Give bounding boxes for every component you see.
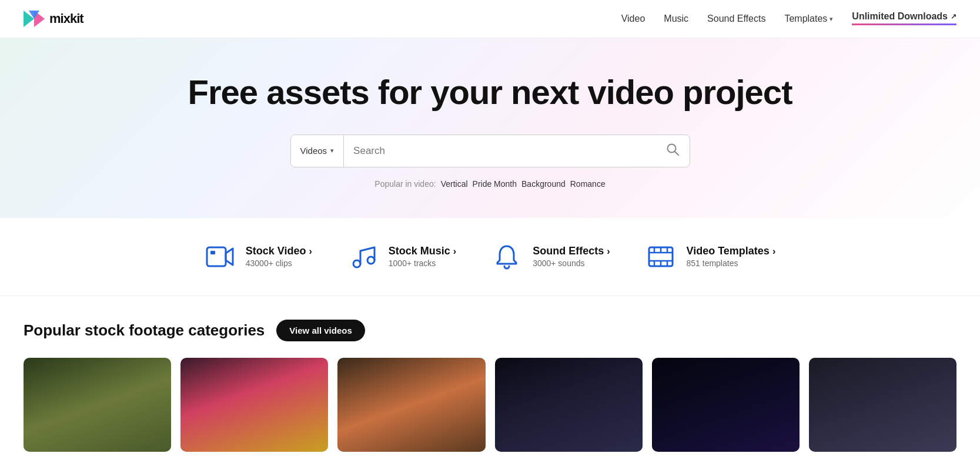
svg-point-7 <box>353 260 360 267</box>
popular-section: Popular stock footage categories View al… <box>0 296 980 464</box>
search-type-label: Videos <box>300 146 327 156</box>
search-type-dropdown[interactable]: Videos ▾ <box>291 135 344 167</box>
category-stock-video[interactable]: Stock Video › 43000+ clips <box>205 241 312 272</box>
nav-templates[interactable]: Templates ▾ <box>784 14 833 24</box>
nav-sound-effects[interactable]: Sound Effects <box>707 14 765 24</box>
arrow-icon: › <box>453 246 456 257</box>
svg-rect-6 <box>210 251 215 254</box>
tag-background[interactable]: Background <box>521 179 566 189</box>
popular-section-title: Popular stock footage categories <box>24 321 265 340</box>
category-video-templates[interactable]: Video Templates › 851 templates <box>645 241 776 272</box>
category-stock-music-info: Stock Music › 1000+ tracks <box>389 245 456 268</box>
nav-music[interactable]: Music <box>664 14 688 24</box>
category-video-templates-info: Video Templates › 851 templates <box>687 245 776 268</box>
bell-icon <box>491 241 522 272</box>
thumbnail-4[interactable] <box>495 358 643 452</box>
external-link-icon: ↗ <box>951 12 956 21</box>
chevron-down-icon: ▾ <box>830 15 833 23</box>
thumbnail-5[interactable] <box>652 358 800 452</box>
arrow-icon: › <box>607 246 610 257</box>
search-container: Videos ▾ <box>24 135 956 167</box>
music-icon <box>347 241 378 272</box>
thumbnail-2[interactable] <box>180 358 328 452</box>
popular-label: Popular in video: <box>374 179 436 189</box>
thumbnails-row <box>24 358 956 452</box>
category-sound-effects[interactable]: Sound Effects › 3000+ sounds <box>491 241 610 272</box>
search-box: Videos ▾ <box>290 135 690 167</box>
categories-section: Stock Video › 43000+ clips Stock Music ›… <box>0 218 980 296</box>
logo[interactable]: mixkit <box>24 11 83 27</box>
arrow-icon: › <box>309 246 312 257</box>
popular-tags: Popular in video: Vertical Pride Month B… <box>24 179 956 189</box>
thumbnail-3[interactable] <box>337 358 485 452</box>
video-icon <box>205 241 235 272</box>
thumbnail-1[interactable] <box>24 358 171 452</box>
main-nav: Video Music Sound Effects Templates ▾ Un… <box>621 11 956 27</box>
logo-icon <box>24 11 45 27</box>
svg-rect-5 <box>207 247 226 266</box>
header: mixkit Video Music Sound Effects Templat… <box>0 0 980 38</box>
tag-romance[interactable]: Romance <box>570 179 606 189</box>
nav-video[interactable]: Video <box>621 14 645 24</box>
arrow-icon: › <box>772 246 775 257</box>
search-button[interactable] <box>655 143 690 159</box>
hero-title: Free assets for your next video project <box>24 73 956 111</box>
logo-text: mixkit <box>49 11 83 26</box>
svg-point-8 <box>367 257 374 264</box>
popular-header: Popular stock footage categories View al… <box>24 320 956 341</box>
category-stock-music[interactable]: Stock Music › 1000+ tracks <box>347 241 456 272</box>
search-input[interactable] <box>344 145 655 157</box>
dropdown-chevron-icon: ▾ <box>330 147 334 155</box>
svg-line-4 <box>675 152 678 155</box>
tag-vertical[interactable]: Vertical <box>441 179 468 189</box>
tag-pride-month[interactable]: Pride Month <box>473 179 517 189</box>
category-sound-effects-info: Sound Effects › 3000+ sounds <box>533 245 610 268</box>
view-all-videos-button[interactable]: View all videos <box>276 320 364 341</box>
hero-section: Free assets for your next video project … <box>0 38 980 218</box>
nav-unlimited-downloads[interactable]: Unlimited Downloads ↗ <box>852 11 956 27</box>
category-stock-video-info: Stock Video › 43000+ clips <box>246 245 312 268</box>
search-icon <box>666 143 679 156</box>
thumbnail-6[interactable] <box>809 358 956 452</box>
film-icon <box>645 241 676 272</box>
